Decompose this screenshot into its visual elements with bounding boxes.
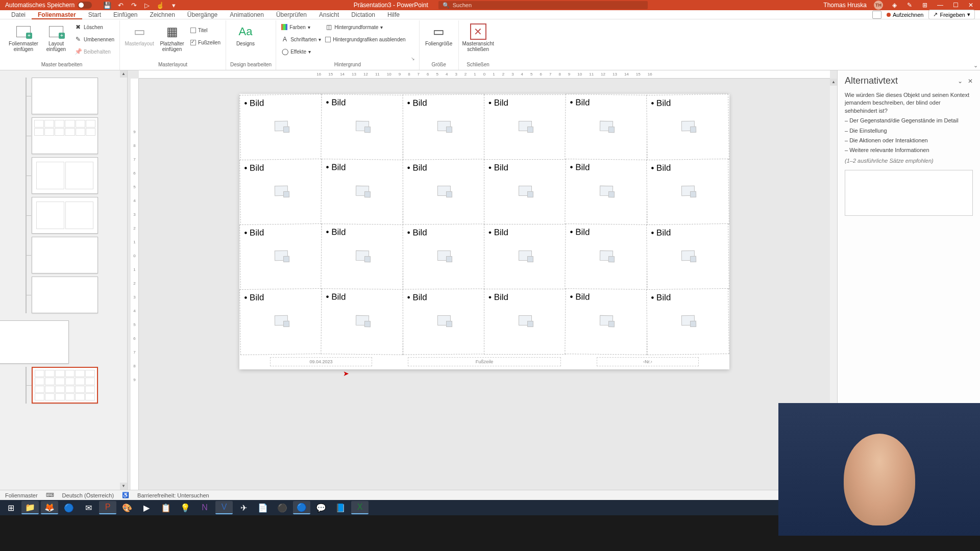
redo-icon[interactable]: ↷ xyxy=(130,1,138,9)
pane-options-icon[interactable]: ⌄ xyxy=(958,78,963,85)
tab-help[interactable]: Hilfe xyxy=(381,10,406,19)
picture-icon[interactable] xyxy=(681,186,694,196)
picture-icon[interactable] xyxy=(681,315,694,325)
picture-icon[interactable] xyxy=(356,121,369,131)
maximize-button[interactable]: ☐ xyxy=(951,1,960,9)
scroll-up-icon[interactable]: ▲ xyxy=(120,70,127,78)
masterlayout-button[interactable]: ▭ Masterlayout xyxy=(124,21,155,46)
image-placeholder[interactable]: Bild xyxy=(646,94,729,161)
outlook-icon[interactable]: ✉ xyxy=(80,501,97,514)
picture-icon[interactable] xyxy=(681,121,694,131)
picture-icon[interactable] xyxy=(356,315,369,325)
status-language[interactable]: Deutsch (Österreich) xyxy=(62,492,114,498)
close-button[interactable]: ✕ xyxy=(967,1,975,9)
horizontal-ruler[interactable]: 1615141312111098765432101234567891011121… xyxy=(139,70,830,79)
image-placeholder[interactable]: Bild xyxy=(321,94,404,161)
start-from-beginning-icon[interactable]: ▷ xyxy=(143,1,151,9)
image-placeholder[interactable]: Bild xyxy=(321,288,404,355)
firefox-icon[interactable]: 🦊 xyxy=(41,501,58,514)
layout-thumbnail-selected[interactable] xyxy=(32,367,98,404)
master-thumbnail[interactable]: 2 xyxy=(0,320,69,364)
pane-close-icon[interactable]: ✕ xyxy=(968,78,973,85)
image-placeholder[interactable]: Bild xyxy=(484,224,566,290)
status-accessibility[interactable]: Barrierefreiheit: Untersuchen xyxy=(137,492,209,498)
user-avatar[interactable]: TH xyxy=(874,1,883,10)
effects-button[interactable]: ◯Effekte▾ xyxy=(280,46,322,57)
image-placeholder[interactable]: Bild xyxy=(239,159,323,226)
status-a11y-icon[interactable]: ♿ xyxy=(122,492,129,498)
picture-icon[interactable] xyxy=(437,121,450,131)
save-icon[interactable]: 💾 xyxy=(103,1,111,9)
user-name[interactable]: Thomas Hruska xyxy=(823,2,867,9)
preserve-button[interactable]: 📌Beibehalten xyxy=(74,46,115,57)
share-button[interactable]: ↗ Freigeben ▾ xyxy=(928,10,975,19)
tab-view[interactable]: Ansicht xyxy=(313,10,345,19)
picture-icon[interactable] xyxy=(274,186,287,196)
taskbar-app-icon[interactable]: 📘 xyxy=(332,501,349,514)
insert-placeholder-button[interactable]: ▦ Platzhalter einfügen xyxy=(157,21,187,52)
image-placeholder[interactable]: Bild xyxy=(239,288,323,355)
image-placeholder[interactable]: Bild xyxy=(565,159,648,226)
picture-icon[interactable] xyxy=(519,186,532,196)
picture-icon[interactable] xyxy=(600,186,613,196)
record-button[interactable]: Aufzeichnen xyxy=(887,12,924,18)
picture-icon[interactable] xyxy=(681,251,694,261)
layout-thumbnail[interactable] xyxy=(32,277,98,313)
undo-icon[interactable]: ↶ xyxy=(116,1,125,9)
tab-dictation[interactable]: Dictation xyxy=(345,10,381,19)
status-view[interactable]: Folienmaster xyxy=(5,492,38,498)
excel-icon[interactable]: X xyxy=(351,501,369,514)
picture-icon[interactable] xyxy=(356,186,369,196)
window-icon[interactable]: ⊞ xyxy=(921,1,929,9)
qat-more-icon[interactable]: ▾ xyxy=(169,1,178,9)
colors-button[interactable]: Farben▾ xyxy=(280,21,322,33)
image-placeholder[interactable]: Bild xyxy=(321,159,404,226)
file-explorer-icon[interactable]: 📁 xyxy=(21,501,39,514)
telegram-icon[interactable]: ✈ xyxy=(235,501,252,514)
layout-thumbnail[interactable] xyxy=(32,117,98,154)
image-placeholder[interactable]: Bild xyxy=(565,223,648,290)
tab-transitions[interactable]: Übergänge xyxy=(181,10,224,19)
image-placeholder[interactable]: Bild xyxy=(321,223,404,290)
footer-placeholder[interactable]: Fußzeile xyxy=(408,357,561,366)
picture-icon[interactable] xyxy=(600,315,613,325)
search-input[interactable]: 🔍 Suchen xyxy=(438,1,648,9)
layout-thumbnail[interactable] xyxy=(32,237,98,273)
image-placeholder[interactable]: Bild xyxy=(646,288,729,355)
tab-animations[interactable]: Animationen xyxy=(224,10,270,19)
layout-thumbnail[interactable] xyxy=(32,157,98,194)
taskbar-app-icon[interactable]: 📋 xyxy=(157,501,175,514)
thumbnail-scrollbar[interactable]: ▲ ▼ xyxy=(120,70,127,490)
image-placeholder[interactable]: Bild xyxy=(484,94,566,160)
insert-slidemaster-button[interactable]: Folienmaster einfügen xyxy=(8,21,39,52)
visio-icon[interactable]: V xyxy=(215,501,233,514)
autosave-toggle[interactable]: Automatisches Speichern xyxy=(5,2,92,9)
collapse-ribbon-icon[interactable]: ⌄ xyxy=(973,62,978,69)
designs-button[interactable]: Aa Designs xyxy=(230,21,261,46)
image-placeholder[interactable]: Bild xyxy=(239,94,323,161)
picture-icon[interactable] xyxy=(274,315,287,325)
touch-mode-icon[interactable]: ☝ xyxy=(156,1,164,9)
slide-canvas[interactable]: BildBildBildBildBildBildBildBildBildBild… xyxy=(139,79,830,490)
image-placeholder[interactable]: Bild xyxy=(484,159,566,225)
rename-layout-button[interactable]: ✎Umbenennen xyxy=(74,34,115,45)
layout-thumbnail[interactable] xyxy=(32,197,98,234)
slide-layout[interactable]: BildBildBildBildBildBildBildBildBildBild… xyxy=(239,94,729,369)
taskbar-app-icon[interactable]: 📄 xyxy=(254,501,272,514)
picture-icon[interactable] xyxy=(437,251,450,261)
picture-icon[interactable] xyxy=(437,315,450,325)
image-placeholder[interactable]: Bild xyxy=(565,94,648,161)
alt-text-input[interactable] xyxy=(845,170,973,216)
picture-icon[interactable] xyxy=(600,251,613,261)
image-placeholder[interactable]: Bild xyxy=(402,94,485,160)
picture-icon[interactable] xyxy=(356,251,369,261)
onenote-icon[interactable]: N xyxy=(196,501,213,514)
picture-icon[interactable] xyxy=(600,121,613,131)
tab-insert[interactable]: Einfügen xyxy=(107,10,143,19)
image-placeholder[interactable]: Bild xyxy=(402,159,485,225)
image-placeholder[interactable]: Bild xyxy=(646,223,729,290)
toggle-switch-icon[interactable] xyxy=(78,2,92,9)
comments-button[interactable] xyxy=(872,11,881,19)
vlc-icon[interactable]: ▶ xyxy=(138,501,155,514)
slide-size-button[interactable]: ▭ Foliengröße xyxy=(424,21,454,46)
